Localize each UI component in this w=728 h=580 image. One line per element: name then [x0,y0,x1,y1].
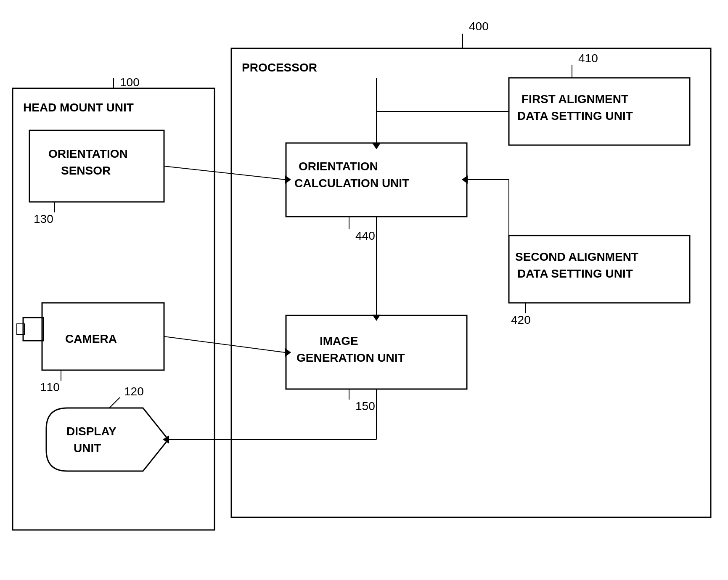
ref-440: 440 [355,229,375,242]
display-unit-label1: DISPLAY [66,425,116,438]
image-gen-label2: GENERATION UNIT [296,351,405,364]
ref-130: 130 [34,212,53,225]
display-unit-shape [46,408,168,471]
ref-400: 400 [469,20,489,33]
camera-label: CAMERA [65,332,117,345]
display-unit-label2: UNIT [74,442,101,455]
orientation-sensor-label2: SENSOR [61,164,111,177]
svg-marker-22 [462,175,468,184]
svg-line-25 [164,336,285,352]
diagram-container: HEAD MOUNT UNIT 100 ORIENTATION SENSOR 1… [0,0,728,580]
svg-marker-26 [285,348,291,357]
second-alignment-label2: DATA SETTING UNIT [517,267,633,280]
ref-110: 110 [40,381,60,394]
ref-100: 100 [120,76,140,89]
orientation-calc-label1: ORIENTATION [299,160,378,173]
orientation-sensor-label1: ORIENTATION [48,147,128,160]
svg-rect-2 [23,318,43,341]
ref-410: 410 [578,52,598,65]
head-mount-unit-label: HEAD MOUNT UNIT [23,101,134,114]
first-alignment-label2: DATA SETTING UNIT [517,109,633,122]
svg-line-17 [467,180,509,269]
ref-150: 150 [355,400,375,413]
svg-line-11 [164,166,285,180]
processor-label: PROCESSOR [242,61,317,74]
ref-120: 120 [124,385,144,398]
svg-marker-16 [372,143,381,149]
svg-marker-24 [372,315,381,321]
svg-line-5 [109,397,120,408]
first-alignment-label1: FIRST ALIGNMENT [522,93,628,106]
image-gen-label1: IMAGE [320,334,358,347]
processor-box [231,48,711,517]
orientation-calc-label2: CALCULATION UNIT [294,177,409,190]
second-alignment-label1: SECOND ALIGNMENT [515,250,638,263]
svg-marker-12 [285,175,291,184]
ref-420: 420 [511,313,531,326]
